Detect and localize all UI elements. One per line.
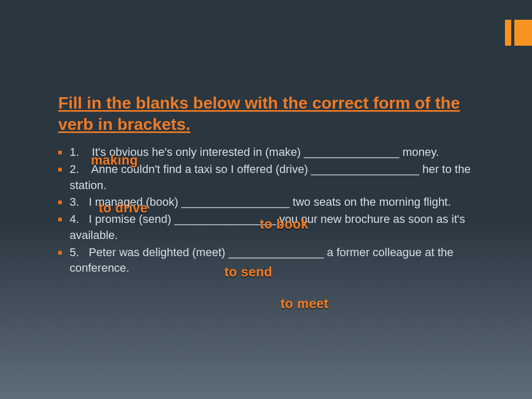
slide-title: Fill in the blanks below with the correc… <box>58 92 474 135</box>
accent-bar-thick <box>514 20 532 46</box>
answer-overlay-4: to send <box>224 264 272 280</box>
answer-overlay-3: to book <box>260 217 309 232</box>
slide-content: Fill in the blanks below with the correc… <box>58 92 474 277</box>
answer-overlay-2: to drive <box>99 201 148 216</box>
accent-bar-thin <box>505 20 511 46</box>
answer-overlay-5: to meet <box>281 296 328 311</box>
answer-overlay-1: making <box>91 153 138 168</box>
corner-accent <box>505 20 532 46</box>
